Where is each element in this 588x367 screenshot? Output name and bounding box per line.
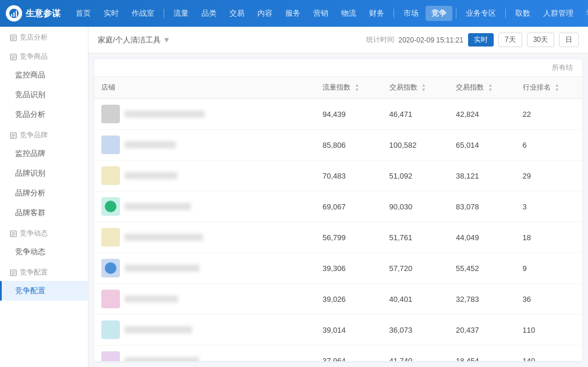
table-row: 39,30657,72055,4529 [94,253,582,284]
doc-icon-2 [9,53,17,61]
shop-cell-1 [94,130,316,161]
rank-value-4: 18 [516,222,583,253]
shop-cell-7 [94,315,316,345]
nav-divider-2 [394,9,394,18]
flow-value-2: 70,483 [316,161,382,191]
col-rank[interactable]: 行业排名 ▲ ▼ [516,77,583,99]
rank-value-3: 3 [516,191,583,222]
sidebar-section-config[interactable]: 竞争配置 [0,262,88,281]
svg-rect-3 [16,10,17,17]
filter-label: 所有结 [552,63,573,73]
nav-bizzone[interactable]: 业务专区 [460,6,502,21]
doc-icon-4 [9,230,17,238]
sidebar-section-shop-analysis[interactable]: 竞店分析 [0,27,88,46]
svg-rect-1 [11,14,12,17]
table-row: 56,79951,76144,04918 [94,222,582,253]
sidebar-item-dynamics[interactable]: 竞争动态 [0,242,88,262]
nav-service[interactable]: 服务 [279,6,306,21]
trade1-value-2: 51,092 [382,161,449,191]
trade2-value-0: 42,824 [449,99,516,130]
nav-fetch[interactable]: 取数 [509,6,536,21]
trade2-value-3: 83,078 [449,191,516,222]
trade2-value-2: 38,121 [449,161,516,191]
nav-home[interactable]: 首页 [70,6,97,21]
shop-avatar-6 [101,290,120,308]
shop-cell-3 [94,191,316,222]
sidebar-item-brand-customer[interactable]: 品牌客群 [0,203,88,223]
btn-realtime[interactable]: 实时 [468,33,494,47]
sidebar-title-brands: 竞争品牌 [20,130,48,140]
nav-logistics[interactable]: 物流 [335,6,362,21]
btn-day[interactable]: 日 [559,33,579,47]
sort-rank-icon: ▲ ▼ [555,83,559,92]
trade1-value-5: 57,720 [382,253,449,284]
logo-text: 生意参谋 [26,8,61,19]
flow-value-3: 69,067 [316,191,382,222]
sidebar-item-config[interactable]: 竞争配置 [0,281,88,301]
trade2-value-1: 65,014 [449,130,516,161]
shop-avatar-1 [101,136,120,154]
flow-value-7: 39,014 [316,315,382,345]
trade1-value-3: 90,030 [382,191,449,222]
col-trade1[interactable]: 交易指数 ▲ ▼ [382,77,449,99]
trade1-value-7: 36,073 [382,315,449,345]
nav-divider-3 [456,9,456,18]
nav-realtime[interactable]: 实时 [98,6,125,21]
doc-icon-5 [9,269,17,277]
nav-compete[interactable]: 竞争 [426,6,452,21]
sort-trade2-icon: ▲ ▼ [488,83,493,92]
col-flow[interactable]: 流量指数 ▲ ▼ [316,77,382,99]
sidebar-item-brand-identify[interactable]: 品牌识别 [0,163,88,183]
sidebar-item-product-analysis[interactable]: 竞品分析 [0,105,88,124]
shop-cell-8 [94,345,316,362]
nav-trade[interactable]: 交易 [224,6,250,21]
trade2-value-6: 32,783 [449,284,516,315]
trade2-value-8: 18,454 [449,345,516,362]
sidebar-title-dynamics: 竞争动态 [20,229,48,238]
rank-value-6: 36 [516,284,583,315]
time-label: 统计时间 [366,35,394,45]
flow-value-5: 39,306 [316,253,382,284]
col-shop: 店铺 [94,77,316,99]
trade1-value-0: 46,471 [382,99,449,130]
logo-icon [6,5,22,22]
nav-items: 首页 实时 作战室 流量 品类 交易 内容 服务 营销 物流 财务 市场 竞争 … [70,6,588,21]
sidebar-item-monitor-product[interactable]: 监控商品 [0,65,88,85]
shop-avatar-2 [101,166,120,185]
nav-battle[interactable]: 作战室 [126,6,160,21]
rank-value-7: 110 [516,315,583,345]
sidebar-section-brands[interactable]: 竞争品牌 [0,124,88,144]
doc-icon-3 [9,131,17,140]
sort-trade1-icon: ▲ ▼ [421,83,426,92]
sidebar-section-dynamics[interactable]: 竞争动态 [0,223,88,242]
nav-content[interactable]: 内容 [252,6,278,21]
btn-30day[interactable]: 30天 [527,33,554,47]
chevron-down-icon: ▼ [163,35,171,44]
nav-category[interactable]: 品类 [196,6,222,21]
shop-avatar-7 [101,320,120,339]
trade1-value-6: 40,401 [382,284,449,315]
trade2-value-7: 20,437 [449,315,516,345]
nav-crowd[interactable]: 人群管理 [537,6,579,21]
nav-marketing[interactable]: 营销 [307,6,334,21]
sidebar-item-brand-analysis[interactable]: 品牌分析 [0,183,88,203]
nav-market[interactable]: 市场 [398,6,424,21]
trade1-value-1: 100,582 [382,130,449,161]
sidebar-section-products[interactable]: 竞争商品 [0,46,88,65]
nav-flow[interactable]: 流量 [168,6,194,21]
logo[interactable]: 生意参谋 [6,5,61,22]
nav-finance[interactable]: 财务 [363,6,390,21]
trade2-value-5: 55,452 [449,253,516,284]
sidebar-title-products: 竞争商品 [20,52,48,62]
sidebar-item-product-identify[interactable]: 竞品识别 [0,85,88,105]
table-row: 69,06790,03083,0783 [94,191,582,222]
time-value: 2020-02-09 15:11:21 [399,36,463,44]
btn-7day[interactable]: 7天 [498,33,522,47]
breadcrumb[interactable]: 家庭/个人清洁工具 ▼ [98,35,171,45]
rank-value-2: 29 [516,161,583,191]
nav-academy[interactable]: 学院 [580,6,588,21]
table-filter-row: 所有结 [94,59,582,77]
sidebar-item-monitor-brand[interactable]: 监控品牌 [0,144,88,163]
shop-cell-4 [94,222,316,253]
col-trade2[interactable]: 交易指数 ▲ ▼ [449,77,516,99]
